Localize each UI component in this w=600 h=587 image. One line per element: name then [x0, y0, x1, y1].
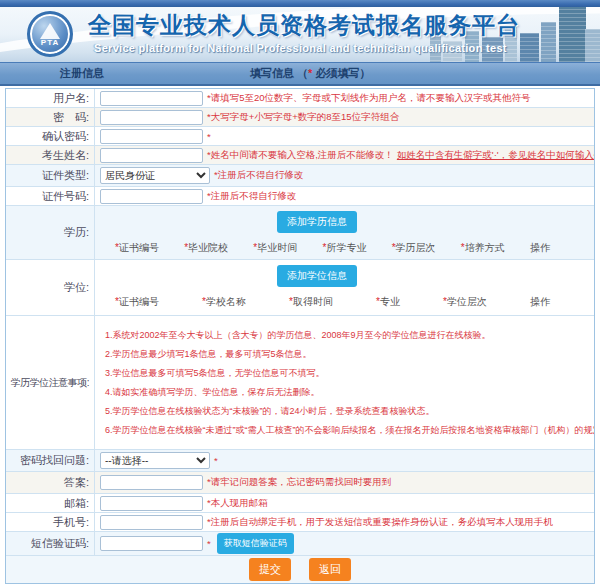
note-item: 6.学历学位信息在线核验“未通过”或“需人工核查”的不会影响后续报名，须在报名开… [105, 424, 590, 436]
row-sms-code: 短信验证码: * 获取短信验证码 [6, 532, 594, 556]
confirm-password-label: 确认密码: [6, 127, 95, 145]
pta-logo-icon: PTA [27, 11, 73, 57]
degree-column-headers: *证书编号 *学校名称 *取得时间 *专业 *学位层次 操作 [115, 295, 550, 309]
note-item: 5.学历学位信息在线核验状态为“未核验”的，请24小时后，登录系统查看核验状态。 [105, 405, 590, 417]
candidate-name-label: 考生姓名: [6, 146, 95, 164]
username-hint: *请填写5至20位数字、字母或下划线作为用户名，请不要输入汉字或其他符号 [207, 92, 531, 105]
section-header-bar: 注册信息 填写信息 （* 必须填写） [0, 62, 600, 86]
add-degree-button[interactable]: 添加学位信息 [277, 265, 357, 287]
username-label: 用户名: [6, 89, 95, 107]
candidate-name-input[interactable] [100, 148, 203, 163]
row-email: 邮箱: *本人现用邮箱 [6, 494, 594, 513]
row-notes-section: 学历学位注意事项: 1.系统对2002年至今大专以上（含大专）的学历信息、200… [6, 316, 594, 450]
password-hint: *大写字母+小写字母+数字的8至15位字符组合 [207, 111, 399, 124]
tab-register-info: 注册信息 [60, 66, 104, 81]
logo-text: PTA [30, 38, 70, 47]
row-username: 用户名: *请填写5至20位数字、字母或下划线作为用户名，请不要输入汉字或其他符… [6, 89, 594, 108]
id-number-label: 证件号码: [6, 187, 95, 205]
answer-input[interactable] [100, 475, 203, 490]
confirm-password-hint: * [207, 131, 211, 142]
site-title: 全国专业技术人员资格考试报名服务平台 [88, 10, 520, 41]
candidate-name-hint: *姓名中间请不要输入空格,注册后不能修改！ [207, 149, 394, 162]
email-input[interactable] [100, 496, 203, 511]
mobile-hint: *注册后自动绑定手机，用于发送短信或重要操作身份认证，务必填写本人现用手机 [207, 516, 553, 529]
mobile-label: 手机号: [6, 513, 95, 531]
note-item: 1.系统对2002年至今大专以上（含大专）的学历信息、2008年9月至今的学位信… [105, 329, 590, 341]
site-subtitle: Service platform for National Profession… [94, 42, 520, 54]
top-blue-strip [0, 0, 600, 7]
back-button[interactable]: 返回 [309, 558, 351, 581]
row-answer: 答案: *请牢记问题答案，忘记密码需找回时要用到 [6, 472, 594, 494]
answer-label: 答案: [6, 472, 95, 493]
header-banner: PTA 全国专业技术人员资格考试报名服务平台 Service platform … [0, 0, 600, 62]
id-type-label: 证件类型: [6, 165, 95, 186]
registration-form: 用户名: *请填写5至20位数字、字母或下划线作为用户名，请不要输入汉字或其他符… [5, 88, 595, 584]
id-type-select[interactable]: 居民身份证 [100, 167, 210, 184]
note-item: 2.学历信息最少填写1条信息，最多可填写5条信息。 [105, 348, 590, 360]
security-question-hint: * [214, 455, 218, 466]
education-column-headers: *证书编号 *毕业院校 *毕业时间 *所学专业 *学历层次 *培养方式 操作 [115, 241, 550, 255]
security-question-select[interactable]: --请选择-- [100, 452, 210, 469]
security-question-label: 密码找回问题: [6, 450, 95, 471]
submit-button[interactable]: 提交 [249, 558, 291, 581]
row-degree-section: 学位: 添加学位信息 *证书编号 *学校名称 *取得时间 *专业 *学位层次 操… [6, 260, 594, 316]
row-form-actions: 提交 返回 [6, 556, 594, 583]
rare-character-help-link[interactable]: 如姓名中含有生僻字或'·'，参见姓名中如何输入生僻字 [397, 149, 594, 162]
add-education-button[interactable]: 添加学历信息 [277, 211, 357, 233]
fill-info-heading: 填写信息 （* 必须填写） [250, 66, 370, 81]
notes-label: 学历学位注意事项: [6, 316, 95, 449]
confirm-password-input[interactable] [100, 129, 203, 144]
sms-code-hint: * [207, 538, 211, 549]
password-input[interactable] [100, 110, 203, 125]
degree-label: 学位: [6, 260, 95, 315]
id-number-hint: *注册后不得自行修改 [207, 190, 296, 203]
row-id-type: 证件类型: 居民身份证 *注册后不得自行修改 [6, 165, 594, 187]
email-label: 邮箱: [6, 494, 95, 512]
password-label: 密 码: [6, 108, 95, 126]
sms-code-input[interactable] [100, 536, 203, 551]
mobile-input[interactable] [100, 515, 203, 530]
email-hint: *本人现用邮箱 [207, 497, 268, 510]
answer-hint: *请牢记问题答案，忘记密码需找回时要用到 [207, 476, 391, 489]
row-password: 密 码: *大写字母+小写字母+数字的8至15位字符组合 [6, 108, 594, 127]
id-number-input[interactable] [100, 189, 203, 204]
id-type-hint: *注册后不得自行修改 [214, 169, 303, 182]
row-education-section: 学历: 添加学历信息 *证书编号 *毕业院校 *毕业时间 *所学专业 *学历层次… [6, 206, 594, 260]
note-item: 4.请如实准确填写学历、学位信息，保存后无法删除。 [105, 386, 590, 398]
row-candidate-name: 考生姓名: *姓名中间请不要输入空格,注册后不能修改！ 如姓名中含有生僻字或'·… [6, 146, 594, 165]
education-degree-notes: 1.系统对2002年至今大专以上（含大专）的学历信息、2008年9月至今的学位信… [95, 316, 594, 449]
note-item: 3.学位信息最多可填写5条信息，无学位信息可不填写。 [105, 367, 590, 379]
get-sms-code-button[interactable]: 获取短信验证码 [217, 533, 294, 554]
username-input[interactable] [100, 91, 203, 106]
row-security-question: 密码找回问题: --请选择-- * [6, 450, 594, 472]
row-id-number: 证件号码: *注册后不得自行修改 [6, 187, 594, 206]
education-label: 学历: [6, 206, 95, 259]
row-confirm-password: 确认密码: * [6, 127, 594, 146]
row-mobile: 手机号: *注册后自动绑定手机，用于发送短信或重要操作身份认证，务必填写本人现用… [6, 513, 594, 532]
sms-code-label: 短信验证码: [6, 532, 95, 555]
